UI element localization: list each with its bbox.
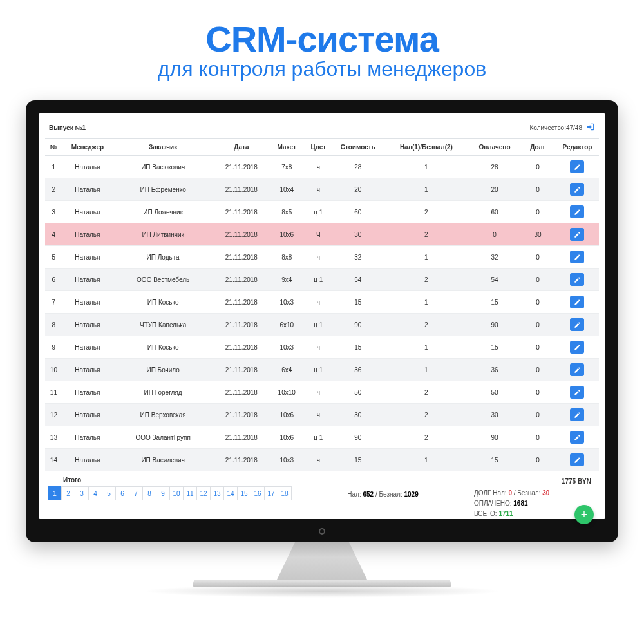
page-button[interactable]: 1 — [48, 486, 62, 500]
monitor-bezel: Выпуск №1 Количество:47/48 №МенеджерЗака… — [26, 100, 618, 542]
edit-button[interactable] — [570, 183, 584, 196]
summary-right: 1775 BYN ДОЛГ Нал: 0 / Безнал: 30 ОПЛАЧЕ… — [474, 477, 596, 519]
monitor-stand — [277, 542, 367, 580]
logout-icon[interactable] — [586, 122, 595, 133]
orders-table: №МенеджерЗаказчикДатаМакетЦветСтоимостьН… — [45, 138, 599, 471]
table-row: 1НатальяИП Васюкович21.11.20187x8ч281280 — [45, 156, 599, 178]
page-button[interactable]: 10 — [169, 486, 184, 500]
table-row: 4НатальяИП Литвинчик21.11.201810x6Ч30203… — [45, 223, 599, 246]
table-row: 8НатальяЧТУП Капелька21.11.20186x10ц 190… — [45, 314, 599, 336]
table-row: 12НатальяИП Верховская21.11.201810x6ч302… — [45, 404, 599, 426]
edit-button[interactable] — [570, 296, 584, 308]
col-header: Стоимость — [333, 139, 383, 156]
monitor-logo — [319, 528, 325, 535]
col-header: № — [45, 139, 62, 156]
col-header: Дата — [213, 139, 269, 156]
edit-button[interactable] — [570, 318, 584, 331]
edit-button[interactable] — [570, 341, 584, 354]
page-button[interactable]: 16 — [251, 486, 265, 500]
edit-button[interactable] — [570, 408, 584, 421]
table-row: 6НатальяООО Вестмебель21.11.20189x4ц 154… — [45, 269, 599, 291]
page-button[interactable]: 8 — [142, 486, 156, 500]
edit-button[interactable] — [570, 205, 584, 218]
page-button[interactable]: 2 — [61, 486, 75, 500]
edit-button[interactable] — [570, 228, 584, 241]
page-button[interactable]: 3 — [75, 486, 89, 500]
edit-button[interactable] — [570, 386, 584, 399]
col-header: Долг — [520, 139, 556, 156]
col-header: Заказчик — [113, 139, 213, 156]
summary-cash: Нал: 652 / Безнал: 1029 — [301, 477, 465, 498]
page-title: CRM-система — [0, 18, 644, 60]
edit-button[interactable] — [570, 251, 584, 263]
col-header: Цвет — [304, 139, 333, 156]
pagination: 123456789101112131415161718 — [48, 486, 292, 500]
issue-title: Выпуск №1 — [49, 124, 86, 131]
page-button[interactable]: 11 — [183, 486, 197, 500]
col-header: Оплачено — [469, 139, 520, 156]
page-button[interactable]: 12 — [196, 486, 211, 500]
col-header: Макет — [269, 139, 304, 156]
page-button[interactable]: 4 — [88, 486, 102, 500]
page-button[interactable]: 9 — [156, 486, 170, 500]
page-button[interactable]: 14 — [223, 486, 238, 500]
col-header: Менеджер — [62, 139, 113, 156]
app-screen: Выпуск №1 Количество:47/48 №МенеджерЗака… — [39, 113, 605, 519]
table-row: 7НатальяИП Косько21.11.201810x3ч151150 — [45, 291, 599, 314]
edit-button[interactable] — [570, 273, 584, 286]
table-row: 3НатальяИП Ложечник21.11.20188x5ц 160260… — [45, 201, 599, 223]
page-button[interactable]: 13 — [210, 486, 224, 500]
edit-button[interactable] — [570, 453, 584, 466]
table-row: 9НатальяИП Косько21.11.201810x3ч151150 — [45, 336, 599, 359]
table-row: 13НатальяООО ЗалантГрупп21.11.201810x6ц … — [45, 426, 599, 449]
count-label: Количество:47/48 — [529, 124, 582, 131]
page-subtitle: для контроля работы менеджеров — [0, 57, 644, 81]
total-amount: 1775 BYN — [474, 477, 596, 487]
table-row: 10НатальяИП Бочило21.11.20186x4ц 1361360 — [45, 359, 599, 381]
table-row: 11НатальяИП Горегляд21.11.201810x10ч5025… — [45, 381, 599, 404]
page-button[interactable]: 18 — [278, 486, 292, 500]
page-button[interactable]: 15 — [237, 486, 251, 500]
edit-button[interactable] — [570, 160, 584, 173]
table-row: 14НатальяИП Василевич21.11.201810x3ч1511… — [45, 449, 599, 471]
edit-button[interactable] — [570, 363, 584, 376]
table-row: 5НатальяИП Лодыга21.11.20188x8ч321320 — [45, 246, 599, 269]
col-header: Редактор — [556, 139, 599, 156]
page-button[interactable]: 7 — [129, 486, 143, 500]
page-button[interactable]: 17 — [264, 486, 278, 500]
table-row: 2НатальяИП Ефременко21.11.201810x4ч20120… — [45, 178, 599, 201]
itogo-label: Итого — [48, 477, 292, 486]
add-button[interactable]: + — [574, 505, 594, 524]
page-button[interactable]: 6 — [115, 486, 129, 500]
col-header: Нал(1)/Безнал(2) — [383, 139, 469, 156]
page-button[interactable]: 5 — [102, 486, 116, 500]
edit-button[interactable] — [570, 431, 584, 444]
